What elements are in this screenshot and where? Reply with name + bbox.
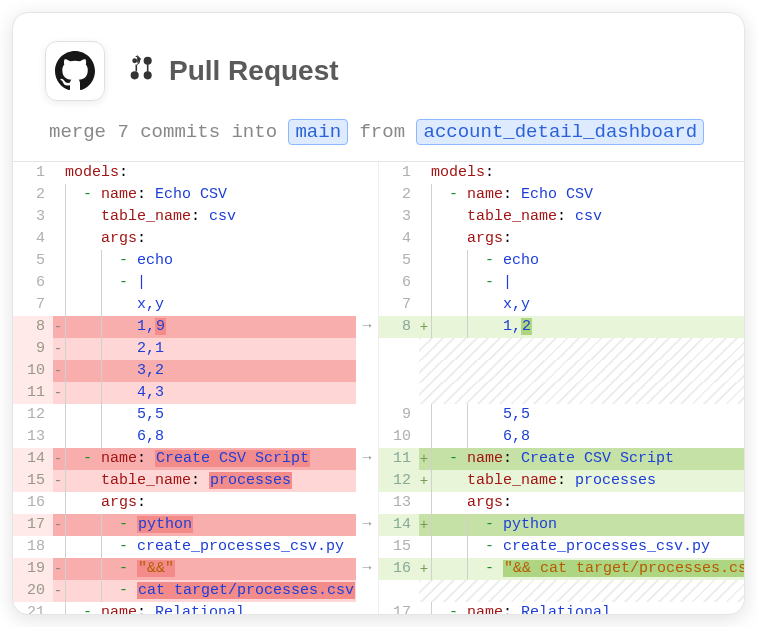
line-number xyxy=(379,338,419,360)
diff-arrow-icon xyxy=(356,294,378,316)
diff-line[interactable]: 10-3,2 xyxy=(13,360,378,382)
code-content: 3,2 xyxy=(53,360,356,382)
diff-line[interactable]: 17- name: Relational xyxy=(379,602,744,615)
code-content: table_name: processes xyxy=(53,470,356,492)
line-number: 6 xyxy=(13,272,53,294)
diff-line[interactable]: 3table_name: csv xyxy=(379,206,744,228)
diff-line[interactable]: 5- echo xyxy=(13,250,378,272)
code-content: models: xyxy=(419,162,744,184)
line-number: 12 xyxy=(13,404,53,426)
diff-line[interactable]: 20-- cat target/processes.csv xyxy=(13,580,378,602)
minus-marker: - xyxy=(53,316,63,338)
code-content: 5,5 xyxy=(53,404,356,426)
diff-line[interactable]: 16args: xyxy=(13,492,378,514)
line-number: 11 xyxy=(13,382,53,404)
target-branch[interactable]: main xyxy=(288,119,348,145)
diff-line[interactable]: 11-4,3 xyxy=(13,382,378,404)
line-number xyxy=(379,382,419,404)
code-content: - create_processes_csv.py xyxy=(53,536,356,558)
line-number: 10 xyxy=(13,360,53,382)
plus-marker: + xyxy=(419,316,429,338)
minus-marker: - xyxy=(53,382,63,404)
line-number: 4 xyxy=(379,228,419,250)
diff-line[interactable]: 13args: xyxy=(379,492,744,514)
page-title: Pull Request xyxy=(169,55,339,87)
diff-line[interactable]: 136,8 xyxy=(13,426,378,448)
diff-line[interactable]: 6- | xyxy=(13,272,378,294)
diff-arrow-icon xyxy=(356,382,378,404)
diff-arrow-icon xyxy=(356,338,378,360)
diff-line[interactable]: 7x,y xyxy=(13,294,378,316)
diff-arrow-icon: → xyxy=(356,316,378,338)
diff-arrow-icon: → xyxy=(356,558,378,580)
diff-line[interactable]: 15-table_name: processes xyxy=(13,470,378,492)
minus-marker: - xyxy=(53,580,63,602)
line-number: 16 xyxy=(13,492,53,514)
diff-line[interactable]: 106,8 xyxy=(379,426,744,448)
line-number: 8 xyxy=(13,316,53,338)
pr-header: Pull Request merge 7 commits into main f… xyxy=(13,13,744,162)
diff-line[interactable]: 2- name: Echo CSV xyxy=(13,184,378,206)
minus-marker: - xyxy=(53,514,63,536)
diff-arrow-icon xyxy=(356,250,378,272)
line-number: 7 xyxy=(13,294,53,316)
pr-card: Pull Request merge 7 commits into main f… xyxy=(12,12,745,615)
plus-marker: + xyxy=(419,558,429,580)
diff-line[interactable]: 8+1,2 xyxy=(379,316,744,338)
diff-line[interactable]: 4args: xyxy=(13,228,378,250)
diff-line[interactable]: 16+- "&& cat target/processes.csv" xyxy=(379,558,744,580)
diff-line[interactable]: 3table_name: csv xyxy=(13,206,378,228)
diff-line[interactable]: 14+- python xyxy=(379,514,744,536)
diff-line[interactable]: 1models: xyxy=(379,162,744,184)
line-number: 4 xyxy=(13,228,53,250)
line-number: 6 xyxy=(379,272,419,294)
diff-line[interactable] xyxy=(379,338,744,360)
code-content: - | xyxy=(419,272,744,294)
code-content: 5,5 xyxy=(419,404,744,426)
minus-marker: - xyxy=(53,558,63,580)
diff-pane-left[interactable]: 1models:2- name: Echo CSV3table_name: cs… xyxy=(13,162,379,615)
line-number: 17 xyxy=(379,602,419,615)
diff-line[interactable]: 95,5 xyxy=(379,404,744,426)
code-content: 6,8 xyxy=(419,426,744,448)
diff-pane-right[interactable]: 1models:2- name: Echo CSV3table_name: cs… xyxy=(379,162,744,615)
code-content xyxy=(419,580,744,602)
diff-line[interactable]: 19-- "&&"→ xyxy=(13,558,378,580)
plus-marker: + xyxy=(419,514,429,536)
diff-line[interactable]: 4args: xyxy=(379,228,744,250)
diff-line[interactable]: 5- echo xyxy=(379,250,744,272)
diff-line[interactable] xyxy=(379,360,744,382)
code-content: models: xyxy=(53,162,356,184)
minus-marker: - xyxy=(53,338,63,360)
diff-line[interactable]: 14-- name: Create CSV Script→ xyxy=(13,448,378,470)
diff-line[interactable]: 2- name: Echo CSV xyxy=(379,184,744,206)
diff-line[interactable] xyxy=(379,382,744,404)
diff-line[interactable]: 21- name: Relational xyxy=(13,602,378,615)
code-content: - name: Create CSV Script xyxy=(53,448,356,470)
diff-line[interactable]: 8-1,9→ xyxy=(13,316,378,338)
line-number xyxy=(379,580,419,602)
source-branch[interactable]: account_detail_dashboard xyxy=(416,119,704,145)
diff-line[interactable]: 18- create_processes_csv.py xyxy=(13,536,378,558)
diff-line[interactable]: 9-2,1 xyxy=(13,338,378,360)
diff-line[interactable]: 17-- python→ xyxy=(13,514,378,536)
minus-marker: - xyxy=(53,360,63,382)
plus-marker: + xyxy=(419,470,429,492)
code-content: - python xyxy=(53,514,356,536)
diff-line[interactable]: 6- | xyxy=(379,272,744,294)
diff-line[interactable]: 125,5 xyxy=(13,404,378,426)
line-number: 20 xyxy=(13,580,53,602)
code-content: 1,9 xyxy=(53,316,356,338)
code-content: - "&& cat target/processes.csv" xyxy=(419,558,744,580)
diff-arrow-icon xyxy=(356,602,378,615)
line-number: 3 xyxy=(13,206,53,228)
diff-line[interactable]: 1models: xyxy=(13,162,378,184)
diff-line[interactable] xyxy=(379,580,744,602)
diff-line[interactable]: 11+- name: Create CSV Script xyxy=(379,448,744,470)
diff-line[interactable]: 12+table_name: processes xyxy=(379,470,744,492)
diff-line[interactable]: 7x,y xyxy=(379,294,744,316)
diff-line[interactable]: 15- create_processes_csv.py xyxy=(379,536,744,558)
code-content: - | xyxy=(53,272,356,294)
code-content: 6,8 xyxy=(53,426,356,448)
line-number: 1 xyxy=(379,162,419,184)
